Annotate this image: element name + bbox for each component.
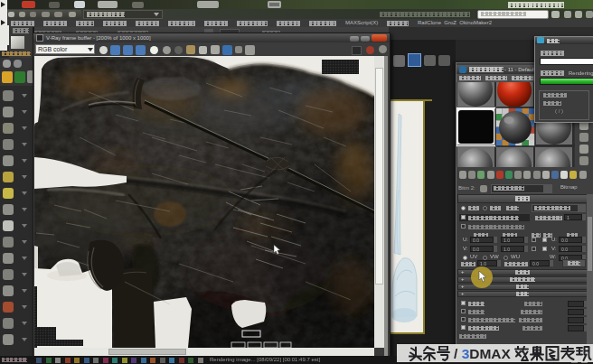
- svg-text:/ 3DMAX: / 3DMAX: [454, 346, 512, 361]
